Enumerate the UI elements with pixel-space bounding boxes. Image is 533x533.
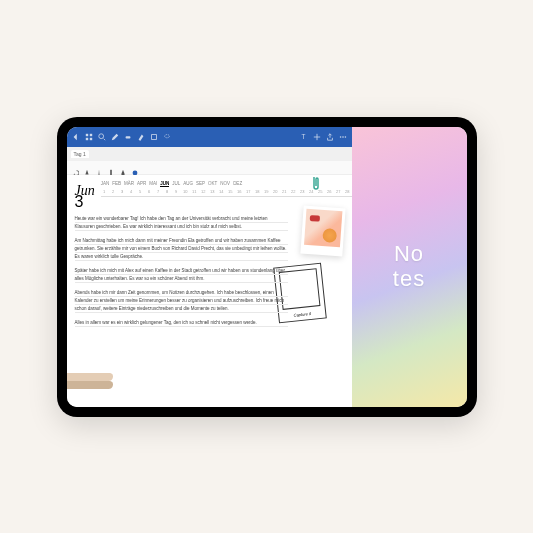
pen-tool-icon[interactable] (83, 163, 91, 171)
svg-point-9 (339, 136, 341, 138)
day-option[interactable]: 2 (110, 189, 117, 194)
month-option[interactable]: APR (137, 181, 146, 187)
eraser-icon[interactable] (123, 132, 133, 142)
month-option[interactable]: SEP (196, 181, 205, 187)
tablet-frame: T Tag 1 Jun JANFEBMÄRAPRMAIJUNJULAUGSEPO… (57, 117, 477, 417)
month-option[interactable]: MAI (149, 181, 157, 187)
journal-app: T Tag 1 Jun JANFEBMÄRAPRMAIJUNJULAUGSEPO… (67, 127, 352, 407)
date-header: Jun JANFEBMÄRAPRMAIJUNJULAUGSEPOKTNOVDEZ… (75, 181, 344, 201)
day-option[interactable]: 6 (146, 189, 153, 194)
journal-paragraph: Später habe ich mich mit Alex auf einen … (75, 267, 288, 283)
share-icon[interactable] (325, 132, 335, 142)
svg-rect-5 (125, 136, 130, 138)
back-icon[interactable] (71, 132, 81, 142)
day-option[interactable]: 19 (263, 189, 270, 194)
svg-rect-3 (89, 137, 91, 139)
day-option[interactable]: 9 (173, 189, 180, 194)
svg-text:T: T (301, 133, 305, 140)
brush-tool-icon[interactable] (119, 163, 127, 171)
day-option[interactable]: 20 (272, 189, 279, 194)
day-option[interactable]: 11 (191, 189, 198, 194)
day-option[interactable]: 16 (236, 189, 243, 194)
add-icon[interactable] (312, 132, 322, 142)
journal-page: Jun JANFEBMÄRAPRMAIJUNJULAUGSEPOKTNOVDEZ… (67, 175, 352, 407)
journal-text[interactable]: Heute war ein wunderbarer Tag! Ich habe … (75, 215, 344, 327)
day-option[interactable]: 12 (200, 189, 207, 194)
svg-rect-6 (151, 134, 156, 139)
pencil-tool-icon[interactable] (95, 163, 103, 171)
highlighter-icon[interactable] (136, 132, 146, 142)
day-option[interactable]: 15 (227, 189, 234, 194)
month-option[interactable]: FEB (112, 181, 121, 187)
day-option[interactable]: 10 (182, 189, 189, 194)
month-option[interactable]: AUG (183, 181, 193, 187)
month-option[interactable]: JUN (160, 181, 169, 187)
day-option[interactable]: 22 (290, 189, 297, 194)
journal-paragraph: Alles in allem war es ein wirklich gelun… (75, 319, 288, 327)
day-option[interactable]: 17 (245, 189, 252, 194)
day-option[interactable]: 26 (326, 189, 333, 194)
svg-point-11 (344, 136, 346, 138)
journal-paragraph: Abends habe ich mir dann Zeit genommen, … (75, 289, 288, 313)
day-option[interactable]: 7 (155, 189, 162, 194)
search-icon[interactable] (97, 132, 107, 142)
day-option[interactable]: 27 (335, 189, 342, 194)
day-option[interactable]: 18 (254, 189, 261, 194)
screen: T Tag 1 Jun JANFEBMÄRAPRMAIJUNJULAUGSEPO… (67, 127, 467, 407)
day-option[interactable]: 28 (344, 189, 351, 194)
marker-tool-icon[interactable] (107, 163, 115, 171)
text-icon[interactable]: T (299, 132, 309, 142)
day-option[interactable]: 13 (209, 189, 216, 194)
lasso-icon[interactable] (162, 132, 172, 142)
day-option[interactable]: 3 (119, 189, 126, 194)
grid-icon[interactable] (84, 132, 94, 142)
brush-stroke-decoration (67, 371, 113, 395)
day-option[interactable]: 21 (281, 189, 288, 194)
shapes-icon[interactable] (149, 132, 159, 142)
month-option[interactable]: JUL (172, 181, 180, 187)
day-option[interactable]: 5 (137, 189, 144, 194)
svg-rect-0 (85, 133, 87, 135)
day-option[interactable]: 8 (164, 189, 171, 194)
svg-point-10 (342, 136, 344, 138)
pen-icon[interactable] (110, 132, 120, 142)
tab-bar: Tag 1 (67, 147, 352, 161)
notes-panel[interactable]: Notes (352, 127, 467, 407)
journal-paragraph: Heute war ein wunderbarer Tag! Ich habe … (75, 215, 288, 231)
day-option[interactable]: 4 (128, 189, 135, 194)
month-option[interactable]: MÄR (124, 181, 134, 187)
document-tab[interactable]: Tag 1 (71, 150, 89, 158)
month-option[interactable]: NOV (220, 181, 230, 187)
month-option[interactable]: OKT (208, 181, 217, 187)
day-option[interactable]: 1 (101, 189, 108, 194)
tool-row (67, 161, 352, 175)
color-icon[interactable] (131, 163, 139, 171)
svg-point-7 (164, 134, 169, 137)
day-option[interactable]: 14 (218, 189, 225, 194)
month-option[interactable]: DEZ (233, 181, 242, 187)
day-number: 3 (75, 193, 84, 211)
paperclip-icon (310, 175, 322, 193)
month-option[interactable]: JAN (101, 181, 110, 187)
more-icon[interactable] (338, 132, 348, 142)
notes-title: Notes (393, 242, 425, 290)
svg-rect-1 (89, 133, 91, 135)
day-option[interactable]: 23 (299, 189, 306, 194)
undo-icon[interactable] (71, 163, 79, 171)
svg-rect-2 (85, 137, 87, 139)
svg-point-4 (98, 133, 103, 138)
app-toolbar: T (67, 127, 352, 147)
journal-paragraph: Am Nachmittag habe ich mich dann mit mei… (75, 237, 288, 261)
